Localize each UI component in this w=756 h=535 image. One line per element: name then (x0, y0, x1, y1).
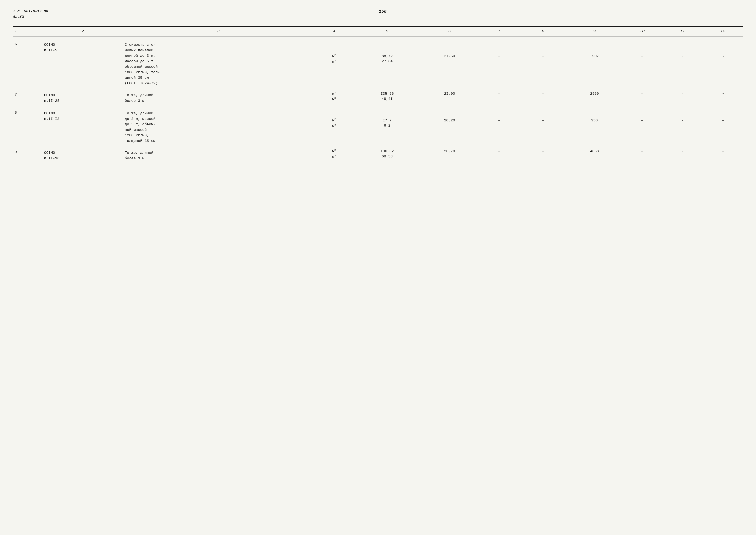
row-val-6: 2I,90 (420, 90, 479, 97)
row-val-6: 20,20 (420, 108, 479, 123)
row-code: ССIMO п.II-28 (42, 90, 123, 105)
row-empty-cell (519, 97, 567, 105)
row-empty-cell (662, 59, 703, 87)
row-empty-cell (519, 123, 567, 145)
row-val-5: I96,02 (354, 148, 420, 154)
row-empty-cell (703, 59, 743, 87)
spacer-row (13, 105, 743, 108)
column-header-row: I 2 3 4 5 6 7 8 9 IO II I2 (13, 27, 743, 36)
row-empty-cell (567, 97, 622, 105)
col-header-3: 3 (123, 27, 314, 36)
row-description: То же, длиной более 3 м (123, 148, 314, 163)
row-val2-5: 27,64 (354, 59, 420, 87)
header-left: Т.п. 501-6-19.86 Ал.УШ (13, 9, 48, 20)
row-code: ССIMO п.II-5 (42, 40, 123, 87)
row-val-11: – (662, 90, 703, 97)
row-empty-cell (662, 123, 703, 145)
row-val-5: I7,7 (354, 108, 420, 123)
row-unit1: м2 (314, 40, 354, 59)
row-val2-5: 68,58 (354, 154, 420, 163)
row-val-7: – (479, 108, 519, 123)
row-unit2: м3 (314, 59, 354, 87)
row-empty-cell (622, 97, 662, 105)
row-val-8: — (519, 90, 567, 97)
spacer-row (13, 87, 743, 90)
row-val-12: → (703, 40, 743, 59)
row-number: 9 (13, 148, 42, 163)
row-val-5: 88,72 (354, 40, 420, 59)
row-val-8: — (519, 40, 567, 59)
row-empty-cell (703, 154, 743, 163)
row-empty-cell (479, 123, 519, 145)
row-unit2: м3 (314, 154, 354, 163)
row-val-9: I907 (567, 40, 622, 59)
row-empty-cell (703, 97, 743, 105)
row-empty-cell (567, 59, 622, 87)
row-empty-cell (622, 154, 662, 163)
row-empty-cell (567, 154, 622, 163)
row-val-6: 2I,50 (420, 40, 479, 59)
row-code: ССIMO п.II-I3 (42, 108, 123, 145)
row-val-7: – (479, 148, 519, 154)
col-header-8: 8 (519, 27, 567, 36)
row-empty-cell (479, 59, 519, 87)
col-header-2: 2 (42, 27, 123, 36)
row-val-9: 358 (567, 108, 622, 123)
row-val-11: – (662, 108, 703, 123)
row-empty-cell (479, 97, 519, 105)
row-unit1: м2 (314, 148, 354, 154)
col-header-10: IO (622, 27, 662, 36)
row-code: ССIMO п.II-36 (42, 148, 123, 163)
row-val-12: — (703, 108, 743, 123)
row-val-10: – (622, 90, 662, 97)
row-val-10: – (622, 148, 662, 154)
row-empty-cell (662, 154, 703, 163)
row-number: 8 (13, 108, 42, 145)
row-description: Стоимость сте- новых панелей длиной до 3… (123, 40, 314, 87)
table-body: 6ССIMO п.II-5Стоимость сте- новых панеле… (13, 36, 743, 163)
row-val-5: I35,56 (354, 90, 420, 97)
row-empty-cell (622, 59, 662, 87)
header-page-number: 156 (48, 9, 717, 14)
spacer-row (13, 145, 743, 148)
col-header-6: 6 (420, 27, 479, 36)
row-val-10: – (622, 108, 662, 123)
row-empty-cell (567, 123, 622, 145)
col-header-11: II (662, 27, 703, 36)
row-val-11: – (662, 40, 703, 59)
row-empty-cell (420, 97, 479, 105)
col-header-9: 9 (567, 27, 622, 36)
row-empty-cell (479, 154, 519, 163)
row-number: 7 (13, 90, 42, 105)
row-val-11: – (662, 148, 703, 154)
row-val-7: – (479, 90, 519, 97)
row-empty-cell (420, 154, 479, 163)
row-empty-cell (420, 123, 479, 145)
table-row: 7ССIMO п.II-28То же, длиной более 3 мм2I… (13, 90, 743, 97)
main-table: I 2 3 4 5 6 7 8 9 IO II I2 6ССIMO п.II-5… (13, 26, 743, 163)
row-val-12: — (703, 148, 743, 154)
row-val2-5: 6,2 (354, 123, 420, 145)
col-header-1: I (13, 27, 42, 36)
table-row: 8ССIMO п.II-I3То же, длиной до 3 м, масс… (13, 108, 743, 123)
row-empty-cell (703, 123, 743, 145)
row-number: 6 (13, 40, 42, 87)
col-header-7: 7 (479, 27, 519, 36)
spacer-row (13, 36, 743, 40)
row-empty-cell (662, 97, 703, 105)
col-header-4: 4 (314, 27, 354, 36)
row-unit1: м2 (314, 90, 354, 97)
row-unit2: м3 (314, 123, 354, 145)
row-val-7: – (479, 40, 519, 59)
row-val-6: 20,70 (420, 148, 479, 154)
row-description: То же, длиной более 3 м (123, 90, 314, 105)
row-empty-cell (420, 59, 479, 87)
row-unit2: м3 (314, 97, 354, 105)
row-unit1: м2 (314, 108, 354, 123)
row-val-8: — (519, 148, 567, 154)
row-val2-5: 48,4I (354, 97, 420, 105)
row-val-9: 2969 (567, 90, 622, 97)
table-row: 9ССIMO п.II-36То же, длиной более 3 мм2I… (13, 148, 743, 154)
row-empty-cell (622, 123, 662, 145)
row-empty-cell (519, 59, 567, 87)
